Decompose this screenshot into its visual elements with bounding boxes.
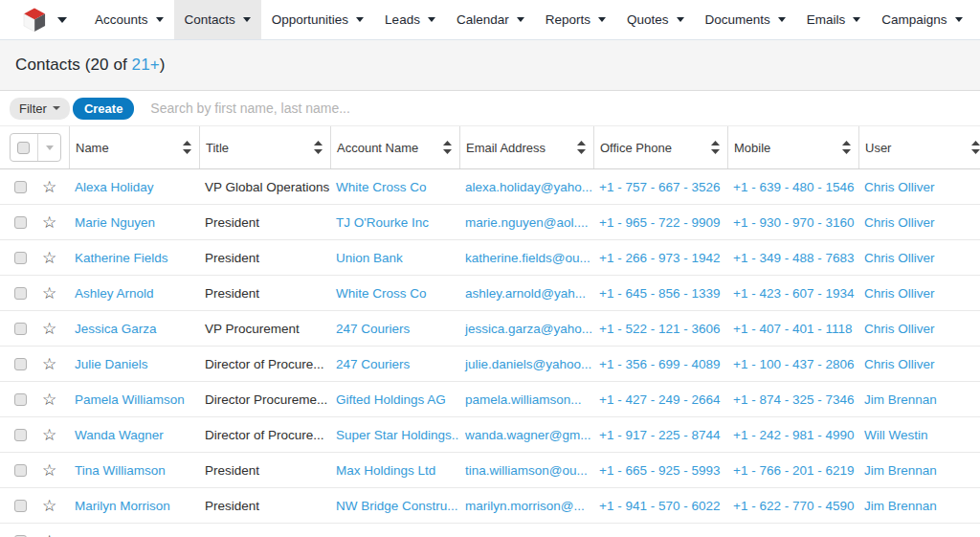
favorite-star-icon[interactable]: ☆: [42, 285, 56, 302]
column-header-user[interactable]: User: [858, 126, 980, 168]
table-row[interactable]: ☆ Katherine Fields President Union Bank …: [0, 240, 980, 276]
nav-item-quotes[interactable]: Quotes: [616, 0, 695, 39]
row-checkbox[interactable]: [14, 181, 27, 193]
account-name-link[interactable]: NW Bridge Constru...: [336, 499, 458, 513]
column-header-account-name[interactable]: Account Name: [330, 126, 459, 168]
office-phone-link[interactable]: +1 - 356 - 699 - 4089: [599, 357, 720, 371]
select-all-checkbox[interactable]: [17, 142, 30, 154]
row-checkbox[interactable]: [14, 429, 27, 441]
table-row[interactable]: ☆ Julie Daniels Director of Procure... 2…: [0, 347, 980, 382]
email-link[interactable]: marilyn.morrison@...: [465, 499, 585, 513]
favorite-star-icon[interactable]: ☆: [42, 356, 56, 372]
sort-icon[interactable]: [443, 141, 452, 154]
mobile-link[interactable]: +1 - 930 - 970 - 3160: [733, 215, 854, 230]
mobile-link[interactable]: +1 - 242 - 981 - 4990: [733, 428, 854, 442]
table-row[interactable]: ☆ Marie Nguyen President TJ O'Rourke Inc…: [0, 205, 980, 240]
records-count-link[interactable]: 21+: [132, 56, 160, 74]
account-name-link[interactable]: 247 Couriers: [336, 322, 410, 336]
user-link[interactable]: Chris Olliver: [864, 180, 935, 194]
table-row[interactable]: ☆ Marilyn Morrison President NW Bridge C…: [0, 488, 980, 524]
favorite-star-icon[interactable]: ☆: [42, 250, 56, 266]
mobile-link[interactable]: +1 - 349 - 488 - 7683: [733, 251, 854, 265]
nav-item-leads[interactable]: Leads: [374, 0, 446, 39]
table-row[interactable]: ☆ Alexa Holiday VP Global Operations Whi…: [0, 169, 980, 205]
email-link[interactable]: alexa.holiday@yaho...: [465, 180, 592, 194]
mobile-link[interactable]: +1 - 766 - 201 - 6219: [733, 463, 854, 478]
column-header-title[interactable]: Title: [199, 126, 330, 168]
email-link[interactable]: pamela.williamson...: [465, 392, 582, 407]
email-link[interactable]: katherine.fields@ou...: [465, 251, 590, 265]
column-header-mobile[interactable]: Mobile: [727, 126, 858, 168]
email-link[interactable]: ashley.arnold@yah...: [465, 286, 586, 301]
sort-icon[interactable]: [314, 141, 323, 154]
row-checkbox[interactable]: [14, 287, 27, 300]
office-phone-link[interactable]: +1 - 266 - 973 - 1942: [599, 251, 720, 265]
user-link[interactable]: Chris Olliver: [864, 251, 935, 265]
favorite-star-icon[interactable]: ☆: [42, 214, 56, 231]
account-name-link[interactable]: Union Bank: [336, 251, 403, 265]
favorite-star-icon[interactable]: ☆: [42, 427, 56, 443]
nav-item-accounts[interactable]: Accounts: [84, 0, 174, 39]
contact-name-link[interactable]: Wanda Wagner: [75, 428, 164, 442]
search-input[interactable]: [143, 101, 970, 116]
row-checkbox[interactable]: [14, 216, 27, 229]
table-row[interactable]: ☆ Tina Williamson President Max Holdings…: [0, 453, 980, 488]
favorite-star-icon[interactable]: ☆: [42, 321, 56, 337]
contact-name-link[interactable]: Marilyn Morrison: [75, 499, 170, 513]
office-phone-link[interactable]: +1 - 941 - 570 - 6022: [599, 499, 720, 513]
account-name-link[interactable]: Gifted Holdings AG: [336, 392, 446, 407]
user-link[interactable]: Chris Olliver: [864, 357, 935, 371]
table-row-partial[interactable]: ☆: [0, 524, 980, 537]
user-link[interactable]: Will Westin: [864, 428, 928, 442]
account-name-link[interactable]: White Cross Co: [336, 286, 427, 301]
contact-name-link[interactable]: Ashley Arnold: [75, 286, 154, 301]
sort-icon[interactable]: [971, 141, 980, 154]
nav-item-reports[interactable]: Reports: [535, 0, 616, 39]
nav-item-campaigns[interactable]: Campaigns: [871, 0, 972, 39]
favorite-star-icon[interactable]: ☆: [42, 179, 56, 195]
sort-icon[interactable]: [183, 141, 191, 154]
user-link[interactable]: Chris Olliver: [864, 215, 935, 230]
email-link[interactable]: tina.williamson@ou...: [465, 463, 588, 478]
favorite-star-icon[interactable]: ☆: [42, 533, 56, 537]
account-name-link[interactable]: Super Star Holdings...: [336, 428, 459, 442]
column-header-email-address[interactable]: Email Address: [459, 126, 593, 168]
table-row[interactable]: ☆ Wanda Wagner Director of Procure... Su…: [0, 417, 980, 453]
mobile-link[interactable]: +1 - 407 - 401 - 1118: [733, 322, 852, 336]
account-name-link[interactable]: TJ O'Rourke Inc: [336, 215, 429, 230]
nav-item-emails[interactable]: Emails: [796, 0, 872, 39]
row-checkbox[interactable]: [14, 464, 27, 477]
contact-name-link[interactable]: Julie Daniels: [75, 357, 148, 371]
office-phone-link[interactable]: +1 - 645 - 856 - 1339: [599, 286, 720, 301]
mobile-link[interactable]: +1 - 423 - 607 - 1934: [733, 286, 854, 301]
row-checkbox[interactable]: [14, 500, 27, 512]
user-link[interactable]: Chris Olliver: [864, 286, 935, 301]
office-phone-link[interactable]: +1 - 917 - 225 - 8744: [599, 428, 720, 442]
sort-icon[interactable]: [711, 141, 720, 154]
sort-icon[interactable]: [842, 141, 851, 154]
contact-name-link[interactable]: Tina Williamson: [75, 463, 166, 478]
row-checkbox[interactable]: [14, 323, 27, 335]
office-phone-link[interactable]: +1 - 757 - 667 - 3526: [599, 180, 720, 194]
table-row[interactable]: ☆ Ashley Arnold President White Cross Co…: [0, 276, 980, 311]
nav-item-calls[interactable]: Calls: [973, 0, 980, 39]
contact-name-link[interactable]: Katherine Fields: [75, 251, 168, 265]
user-link[interactable]: Chris Olliver: [864, 322, 935, 336]
user-link[interactable]: Jim Brennan: [864, 499, 937, 513]
table-row[interactable]: ☆ Jessica Garza VP Procurement 247 Couri…: [0, 311, 980, 347]
office-phone-link[interactable]: +1 - 522 - 121 - 3606: [599, 322, 720, 336]
column-header-office-phone[interactable]: Office Phone: [593, 126, 727, 168]
email-link[interactable]: julie.daniels@yahoo...: [465, 357, 591, 371]
column-header-name[interactable]: Name: [69, 126, 199, 168]
favorite-star-icon[interactable]: ☆: [42, 392, 56, 408]
office-phone-link[interactable]: +1 - 965 - 722 - 9909: [599, 215, 720, 230]
mobile-link[interactable]: +1 - 622 - 770 - 4590: [733, 499, 854, 513]
row-checkbox[interactable]: [14, 252, 27, 264]
mobile-link[interactable]: +1 - 874 - 325 - 7346: [733, 392, 854, 407]
user-link[interactable]: Jim Brennan: [864, 392, 937, 407]
nav-item-calendar[interactable]: Calendar: [446, 0, 535, 39]
mobile-link[interactable]: +1 - 100 - 437 - 2806: [733, 357, 854, 371]
filter-button[interactable]: Filter: [10, 98, 70, 120]
select-all-combo[interactable]: [10, 133, 61, 162]
contact-name-link[interactable]: Marie Nguyen: [75, 215, 155, 230]
